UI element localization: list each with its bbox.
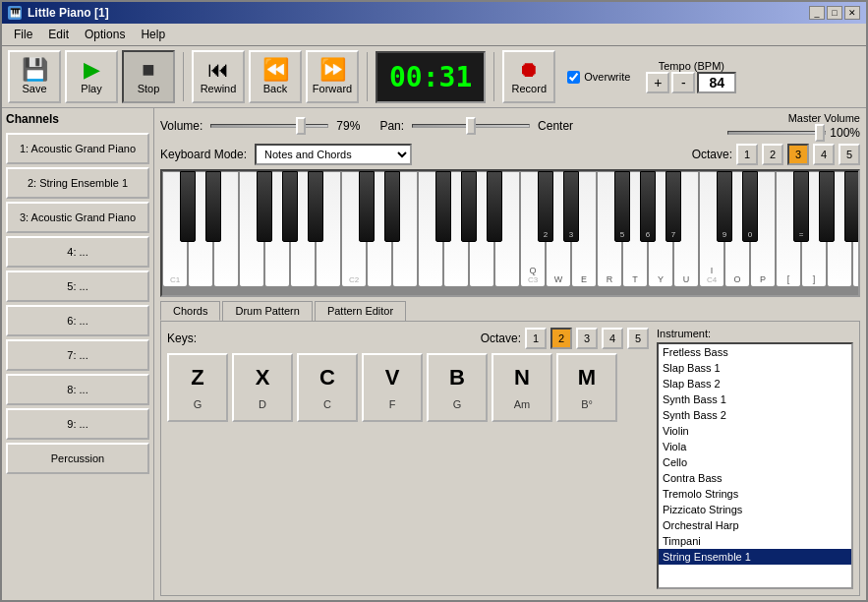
key-cs3[interactable]: 2 [538, 171, 553, 242]
app-window: 🎹 Little Piano [1] _ □ ✕ File Edit Optio… [0, 0, 868, 602]
instrument-string-ensemble-1[interactable]: String Ensemble 1 [659, 549, 851, 565]
key-ds2[interactable] [384, 171, 400, 242]
key-gs4[interactable] [819, 171, 835, 242]
key-fs4[interactable]: = [793, 171, 809, 242]
channel-btn-2[interactable]: 2: String Ensemble 1 [6, 167, 149, 199]
rewind-button[interactable]: ⏮ Rewind [192, 50, 245, 103]
key-gs1[interactable] [282, 171, 298, 242]
keyboard-mode-select[interactable]: Notes and Chords Single Notes Chromatic [255, 144, 412, 165]
instrument-fretless-bass[interactable]: Fretless Bass [659, 344, 851, 360]
minimize-button[interactable]: _ [809, 6, 825, 20]
chord-octave-1[interactable]: 1 [525, 328, 547, 349]
chord-octave-5[interactable]: 5 [627, 328, 649, 349]
key-as3[interactable]: 7 [665, 171, 681, 242]
octave-btn-2[interactable]: 2 [762, 144, 783, 165]
chord-octave-2[interactable]: 2 [550, 328, 572, 349]
menu-file[interactable]: File [6, 26, 40, 43]
chord-key-c[interactable]: C C [297, 353, 358, 422]
toolbar-separator-1 [183, 52, 184, 101]
key-cs1[interactable] [180, 171, 196, 242]
master-volume-area: Master Volume 100% [727, 112, 860, 140]
chord-octave-3[interactable]: 3 [576, 328, 598, 349]
overwrite-checkbox[interactable] [567, 71, 580, 84]
chord-key-x[interactable]: X D [232, 353, 293, 422]
instrument-synth-bass-1[interactable]: Synth Bass 1 [659, 391, 851, 407]
key-ds3[interactable]: 3 [563, 171, 579, 242]
chord-octave-4[interactable]: 4 [602, 328, 623, 349]
key-as2[interactable] [487, 171, 502, 242]
tempo-plus-button[interactable]: + [646, 72, 669, 93]
key-cs4[interactable]: 9 [717, 171, 732, 242]
instrument-cello[interactable]: Cello [659, 454, 851, 470]
channel-btn-4[interactable]: 4: ... [6, 236, 149, 268]
instrument-slap-bass-1[interactable]: Slap Bass 1 [659, 360, 851, 376]
app-icon: 🎹 [8, 6, 22, 20]
overwrite-check[interactable]: Overwrite [567, 71, 630, 84]
menu-options[interactable]: Options [77, 26, 133, 43]
instrument-timpani[interactable]: Timpani [659, 533, 851, 549]
chord-key-v[interactable]: V F [362, 353, 423, 422]
key-fs1[interactable] [257, 171, 272, 242]
menu-help[interactable]: Help [133, 26, 173, 43]
tempo-minus-button[interactable]: - [671, 72, 695, 93]
instrument-list[interactable]: Fretless Bass Slap Bass 1 Slap Bass 2 Sy… [657, 342, 853, 589]
master-volume-slider[interactable] [727, 131, 826, 135]
back-icon: ⏪ [262, 59, 289, 81]
instrument-viola[interactable]: Viola [659, 439, 851, 454]
tab-pattern-editor[interactable]: Pattern Editor [315, 301, 406, 321]
close-button[interactable]: ✕ [844, 6, 860, 20]
instrument-violin[interactable]: Violin [659, 423, 851, 439]
channel-btn-percussion[interactable]: Percussion [6, 443, 149, 474]
chord-key-z[interactable]: Z G [167, 353, 228, 422]
title-bar: 🎹 Little Piano [1] _ □ ✕ [2, 2, 866, 24]
maximize-button[interactable]: □ [827, 6, 842, 20]
main-content: Channels 1: Acoustic Grand Piano 2: Stri… [2, 108, 866, 600]
key-fs3[interactable]: 5 [614, 171, 630, 242]
octave-btn-3[interactable]: 3 [787, 144, 809, 165]
key-as4[interactable] [844, 171, 860, 242]
tempo-controls: + - 84 [646, 72, 736, 93]
instrument-orchestral-harp[interactable]: Orchestral Harp [659, 517, 851, 533]
menu-edit[interactable]: Edit [40, 26, 77, 43]
forward-button[interactable]: ⏩ Forward [306, 50, 359, 103]
chord-key-b[interactable]: B G [427, 353, 488, 422]
key-ds4[interactable]: 0 [742, 171, 758, 242]
forward-icon: ⏩ [319, 59, 346, 81]
instrument-synth-bass-2[interactable]: Synth Bass 2 [659, 407, 851, 423]
channel-btn-7[interactable]: 7: ... [6, 339, 149, 371]
octave-btn-1[interactable]: 1 [736, 144, 758, 165]
instrument-contra-bass[interactable]: Contra Bass [659, 470, 851, 486]
key-gs3[interactable]: 6 [640, 171, 656, 242]
record-button[interactable]: ⏺ Record [502, 50, 555, 103]
record-icon: ⏺ [518, 59, 540, 81]
channel-btn-3[interactable]: 3: Acoustic Grand Piano [6, 202, 149, 233]
octave-4-group: IC4 9 O 0 P [ = ] [699, 171, 860, 295]
save-button[interactable]: 💾 Save [8, 50, 61, 103]
key-cs2[interactable] [359, 171, 375, 242]
octave-btn-5[interactable]: 5 [839, 144, 860, 165]
channel-btn-1[interactable]: 1: Acoustic Grand Piano [6, 133, 149, 164]
pan-slider[interactable] [412, 124, 530, 128]
instrument-pizzicato-strings[interactable]: Pizzicato Strings [659, 502, 851, 517]
tab-chords[interactable]: Chords [160, 301, 220, 321]
key-fs2[interactable] [435, 171, 451, 242]
key-gs2[interactable] [461, 171, 477, 242]
channel-btn-8[interactable]: 8: ... [6, 374, 149, 405]
key-as1[interactable] [308, 171, 323, 242]
back-button[interactable]: ⏪ Back [249, 50, 302, 103]
instrument-slap-bass-2[interactable]: Slap Bass 2 [659, 376, 851, 391]
tab-drum-pattern[interactable]: Drum Pattern [222, 301, 312, 321]
stop-button[interactable]: ■ Stop [122, 50, 175, 103]
title-bar-title: 🎹 Little Piano [1] [8, 6, 109, 20]
octave-label: Octave: [692, 148, 732, 161]
channel-btn-9[interactable]: 9: ... [6, 408, 149, 440]
instrument-tremolo-strings[interactable]: Tremolo Strings [659, 486, 851, 502]
volume-slider[interactable] [210, 124, 328, 128]
chord-key-m[interactable]: M B° [556, 353, 617, 422]
octave-btn-4[interactable]: 4 [813, 144, 835, 165]
channel-btn-6[interactable]: 6: ... [6, 305, 149, 336]
key-ds1[interactable] [205, 171, 221, 242]
play-button[interactable]: ▶ Play [65, 50, 118, 103]
channel-btn-5[interactable]: 5: ... [6, 271, 149, 302]
chord-key-n[interactable]: N Am [492, 353, 552, 422]
